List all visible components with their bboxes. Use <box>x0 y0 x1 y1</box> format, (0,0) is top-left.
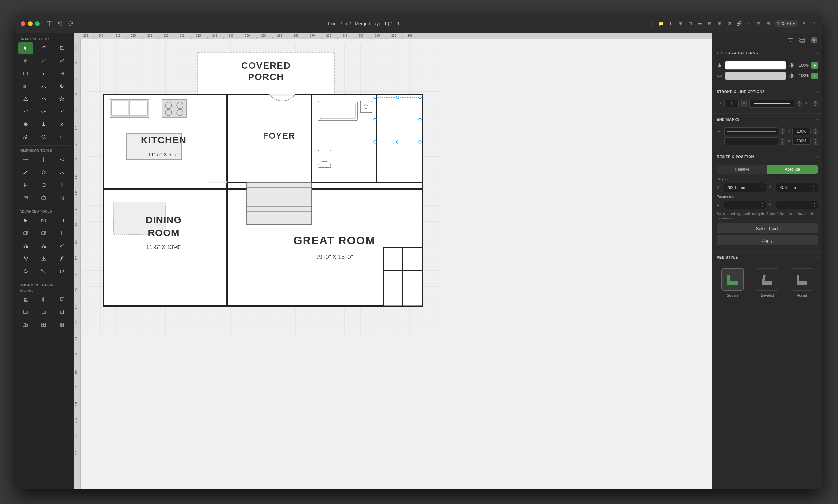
right-scale-up[interactable]: ▲ <box>813 138 818 141</box>
folder-icon[interactable]: 📁 <box>657 20 665 27</box>
y-up-btn[interactable]: ▲ <box>813 185 815 187</box>
absolute-btn[interactable]: Absolute <box>767 165 818 174</box>
layers-panel-icon[interactable] <box>798 35 807 44</box>
adv-bezier[interactable] <box>18 253 33 264</box>
adv-magnet[interactable] <box>54 265 69 277</box>
rotate-tool[interactable] <box>36 42 51 54</box>
slope-dim[interactable] <box>54 192 69 203</box>
adv-align[interactable] <box>54 215 69 226</box>
plus-tool[interactable] <box>18 119 33 130</box>
rect-tool[interactable] <box>18 68 33 79</box>
vert-dim[interactable] <box>36 154 51 165</box>
left-scale-down[interactable]: ▼ <box>813 131 818 135</box>
fill-color-swatch[interactable] <box>725 61 786 70</box>
zoom-tool[interactable] <box>36 131 51 143</box>
template-icon[interactable]: ⊞ <box>765 20 772 27</box>
node-tool[interactable] <box>36 106 51 118</box>
param-y-input[interactable]: ▲ ▼ <box>776 201 818 209</box>
close-button[interactable] <box>21 21 25 26</box>
table-icon[interactable]: ⊞ <box>716 20 723 27</box>
left-scale-up[interactable]: ▲ <box>813 128 818 131</box>
align-center-h[interactable] <box>36 306 51 318</box>
adv-scissors[interactable] <box>18 240 33 252</box>
stroke-line-preview[interactable] <box>749 100 795 108</box>
align-right[interactable] <box>54 306 69 318</box>
x-position-input[interactable]: 262.12 mm ▲ ▼ <box>724 183 766 192</box>
triangle-tool[interactable] <box>18 93 33 105</box>
fullscreen-icon[interactable]: ⤢ <box>810 20 817 27</box>
pen-style-square-option[interactable]: Square <box>721 268 744 297</box>
present-icon[interactable]: ⊞ <box>800 20 807 27</box>
canvas-content[interactable]: COVERED PORCH FOYER KITCHEN 11'-6" X 9'-… <box>81 39 712 489</box>
adv-link[interactable] <box>54 253 69 264</box>
stroke-type-up-btn[interactable]: ▲ <box>813 100 818 104</box>
groups-icon[interactable]: ⊟ <box>706 20 713 27</box>
sidebar-toggle-icon[interactable] <box>46 20 53 27</box>
canvas-area[interactable]: 200 205 210 215 220 225 230 235 240 245 … <box>74 33 712 489</box>
circle-d-tool[interactable]: D <box>18 80 33 92</box>
crop-tool[interactable] <box>54 42 69 54</box>
y-down-btn[interactable]: ▼ <box>813 187 815 191</box>
x-up-btn[interactable]: ▲ <box>761 185 763 187</box>
left-em-down[interactable]: ▼ <box>780 131 785 135</box>
right-em-up[interactable]: ▲ <box>780 138 785 141</box>
bezier-tool[interactable] <box>36 93 51 105</box>
adv-rect[interactable] <box>36 215 51 226</box>
freehand-tool[interactable] <box>18 106 33 118</box>
adv-copy[interactable] <box>18 227 33 239</box>
zoom-indicator[interactable]: 120.0% ▾ <box>774 20 798 27</box>
relative-btn[interactable]: Relative <box>717 165 767 174</box>
stroke-down-btn[interactable]: ▼ <box>742 104 747 107</box>
grid-panel-icon[interactable] <box>809 35 819 44</box>
end-marks-header[interactable]: END MARKS › <box>712 114 822 125</box>
adv-nodes[interactable] <box>36 265 51 277</box>
radius-dim[interactable] <box>36 166 51 178</box>
align-grid[interactable] <box>36 319 51 331</box>
left-end-mark-line[interactable] <box>725 127 778 135</box>
right-em-scale[interactable]: 100% <box>792 138 811 145</box>
align-left[interactable] <box>18 306 33 318</box>
stroke-type-down-btn[interactable]: ▼ <box>813 104 818 107</box>
undo-icon[interactable] <box>57 20 64 27</box>
copy-icon[interactable]: ⊞ <box>677 20 684 27</box>
adv-cut[interactable] <box>36 240 51 252</box>
align-center-v[interactable] <box>36 294 51 305</box>
align-top-center[interactable] <box>54 294 69 305</box>
resize-position-header[interactable]: RESIZE & POSITION › <box>712 151 822 162</box>
stroke-color-swatch[interactable] <box>725 72 786 80</box>
stroke-value-box[interactable]: 1 <box>725 100 739 107</box>
target-tool[interactable] <box>54 80 69 92</box>
adv-refresh[interactable] <box>18 265 33 277</box>
y-position-input[interactable]: 93.75 mm ▲ ▼ <box>776 183 818 192</box>
pen-style-beveled-option[interactable]: Beveled <box>756 268 779 297</box>
stroke-line-header[interactable]: STROKE & LINE OPTIONS › <box>712 86 822 97</box>
ordinate-dim[interactable] <box>18 179 33 191</box>
eyedropper-tool[interactable] <box>18 131 33 143</box>
hand-tool[interactable] <box>18 55 33 67</box>
note-dim[interactable] <box>18 192 33 203</box>
diameter-dim[interactable] <box>36 179 51 191</box>
brush-tool[interactable] <box>54 106 69 118</box>
stroke-unit-up-btn[interactable]: ▲ <box>797 100 802 104</box>
stroke-add-btn[interactable]: + <box>811 73 818 79</box>
adv-stagger[interactable] <box>54 227 69 239</box>
export-icon[interactable]: ↑ <box>648 20 655 27</box>
maximize-button[interactable] <box>35 21 40 26</box>
star-tool[interactable] <box>54 93 69 105</box>
right-em-down[interactable]: ▼ <box>780 141 785 145</box>
arrange-icon[interactable]: ⊡ <box>687 20 694 27</box>
arc-len-dim[interactable] <box>54 166 69 178</box>
person-tool[interactable] <box>36 119 51 130</box>
area-dim[interactable] <box>36 192 51 203</box>
align-bottom-left[interactable] <box>18 319 33 331</box>
align-bottom-center[interactable] <box>18 294 33 305</box>
right-scale-down[interactable]: ▼ <box>813 141 818 145</box>
angle-dim[interactable] <box>54 154 69 165</box>
stroke-up-btn[interactable]: ▲ <box>742 100 747 104</box>
filter-icon[interactable] <box>786 35 795 44</box>
horiz-dim[interactable] <box>18 154 33 165</box>
adv-copy2[interactable] <box>36 227 51 239</box>
connect-icon[interactable]: ⊠ <box>726 20 733 27</box>
arc-tool[interactable] <box>36 80 51 92</box>
para-tool[interactable] <box>54 68 69 79</box>
